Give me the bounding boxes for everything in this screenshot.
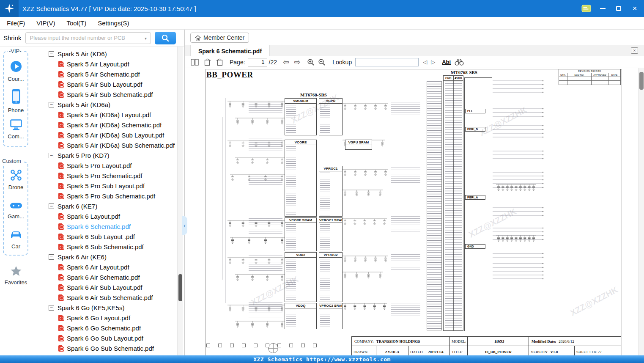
power-block-label: VPROC2 bbox=[319, 252, 343, 258]
tree-scrollbar-thumb[interactable] bbox=[178, 274, 182, 301]
tree-file-spark-5-air-kd6a-sub-layout-pdf[interactable]: Spark 5 Air (KD6a) Sub Layout.pdf bbox=[32, 130, 177, 140]
tree-file-spark-5-air-layout-pdf[interactable]: Spark 5 Air Layout.pdf bbox=[32, 59, 177, 69]
tree-file-spark-5-air-kd6a-layout-pdf[interactable]: Spark 5 Air (KD6a) Layout.pdf bbox=[32, 110, 177, 120]
minimize-button[interactable] bbox=[597, 3, 608, 14]
menu-item-vip-v[interactable]: VIP(V) bbox=[36, 19, 55, 27]
pdf-file-icon bbox=[58, 315, 64, 321]
tree-file-spark-6-go-sub-layout-pdf[interactable]: Spark 6 Go Sub Layout.pdf bbox=[32, 333, 177, 343]
sidebar-item-phone[interactable]: Phone bbox=[0, 89, 32, 113]
course-video-icon bbox=[10, 60, 22, 74]
tree-file-spark-6-air-sub-layout-pdf[interactable]: Spark 6 Air Sub Layout.pdf bbox=[32, 282, 177, 292]
tree-file-spark-5-air-schematic-pdf[interactable]: Spark 5 Air Schematic.pdf bbox=[32, 69, 177, 79]
tree-file-label: Spark 6 Go Sub Layout.pdf bbox=[67, 335, 143, 342]
alignment-target-mark bbox=[268, 343, 278, 353]
find-prev-icon[interactable]: ◁ bbox=[423, 59, 427, 65]
tree-file-spark-5-pro-layout-pdf[interactable]: Spark 5 Pro Layout.pdf bbox=[32, 160, 177, 170]
tree-file-spark-6-go-sub-schematic-pdf[interactable]: Spark 6 Go Sub Schematic.pdf bbox=[32, 343, 177, 353]
collapse-minus-icon[interactable]: − bbox=[49, 204, 54, 209]
collapse-minus-icon[interactable]: − bbox=[49, 305, 54, 311]
close-document-icon[interactable]: × bbox=[631, 47, 638, 54]
tree-file-spark-6-air-layout-pdf[interactable]: Spark 6 Air Layout.pdf bbox=[32, 262, 177, 272]
menu-item-file-f[interactable]: File(F) bbox=[7, 19, 25, 27]
dual-page-view-icon[interactable] bbox=[191, 59, 199, 66]
power-block-vgpu-sram: VGPU SRAM bbox=[345, 140, 372, 150]
net-label-text bbox=[249, 218, 282, 235]
collapse-minus-icon[interactable]: − bbox=[49, 153, 54, 158]
pdf-file-icon bbox=[58, 142, 64, 148]
titlebar: XZZ Schematics V4.77 [ VIP Due date: 202… bbox=[0, 0, 644, 17]
menu-item-settings-s[interactable]: Settings(S) bbox=[98, 19, 129, 27]
tree-group-spark-6-air-ke6[interactable]: −Spark 6 Air (KE6) bbox=[32, 252, 177, 262]
tree-group-spark-5-air-kd6[interactable]: −Spark 5 Air (KD6) bbox=[32, 49, 177, 59]
revision-col: CTR. bbox=[559, 73, 567, 77]
pdf-scrollbar[interactable] bbox=[638, 68, 644, 355]
rotate-right-icon[interactable] bbox=[216, 58, 223, 66]
tree-file-spark-6-air-schematic-pdf[interactable]: Spark 6 Air Schematic.pdf bbox=[32, 272, 177, 282]
tree-file-spark-6-layout-pdf[interactable]: Spark 6 Layout.pdf bbox=[32, 211, 177, 221]
member-center-button[interactable]: Member Center bbox=[190, 33, 249, 43]
tree-file-spark-5-pro-sub-schematic-pdf[interactable]: Spark 5 Pro Sub Schematic.pdf bbox=[32, 191, 177, 201]
vip-card-icon[interactable] bbox=[581, 3, 592, 14]
tree-file-label: Spark 6 Air Sub Layout.pdf bbox=[67, 284, 142, 291]
binoculars-icon[interactable] bbox=[455, 59, 464, 66]
tree-group-spark-5-pro-kd7[interactable]: −Spark 5 Pro (KD7) bbox=[32, 150, 177, 160]
tree-file-spark-6-sub-layout-pdf[interactable]: Spark 6 Sub Layout .pdf bbox=[32, 231, 177, 242]
tree-file-spark-5-pro-schematic-pdf[interactable]: Spark 5 Pro Schematic.pdf bbox=[32, 170, 177, 181]
chevron-down-icon[interactable]: ▼ bbox=[144, 37, 148, 41]
tree-group-spark-6-go-ke5-ke5s[interactable]: −Spark 6 Go (KE5,KE5s) bbox=[32, 302, 177, 313]
power-block-label: VPROC1 SRAM bbox=[319, 217, 343, 223]
model-search-input[interactable] bbox=[26, 35, 151, 41]
pdf-page[interactable]: BB_POWER MT6768-SBS MT6768-SBS GND AVDD … bbox=[185, 68, 638, 355]
tree-file-spark-5-air-sub-schematic-pdf[interactable]: Spark 5 Air Sub Schematic.pdf bbox=[32, 89, 177, 99]
sidebar-item-favorites[interactable]: Favorites bbox=[0, 266, 32, 286]
tree-file-spark-6-sub-schematic-pdf[interactable]: Spark 6 Sub Schematic.pdf bbox=[32, 242, 177, 252]
net-label-text bbox=[249, 138, 282, 155]
app-logo-icon bbox=[0, 0, 19, 17]
tree-file-spark-6-air-sub-schematic-pdf[interactable]: Spark 6 Air Sub Schematic.pdf bbox=[32, 292, 177, 302]
pdf-file-icon bbox=[58, 122, 64, 128]
menu-item-tool-t[interactable]: Tool(T) bbox=[67, 19, 87, 27]
shrink-button[interactable]: Shrink bbox=[3, 34, 22, 41]
rotate-left-icon[interactable] bbox=[204, 58, 211, 66]
sidebar-item-course[interactable]: Cour... bbox=[0, 60, 32, 82]
tree-group-spark-6-ke7[interactable]: −Spark 6 (KE7) bbox=[32, 201, 177, 211]
lookup-input[interactable] bbox=[355, 58, 419, 66]
search-button[interactable] bbox=[155, 32, 176, 44]
sidebar-item-drone[interactable]: Drone bbox=[0, 169, 32, 190]
document-tab[interactable]: Spark 6 Schematic.pdf bbox=[190, 45, 270, 57]
pdf-scrollbar-thumb[interactable] bbox=[639, 72, 644, 90]
maximize-icon bbox=[616, 6, 621, 11]
sidebar-item-car[interactable]: Car bbox=[0, 229, 32, 250]
panel-collapse-handle[interactable]: ‹ bbox=[182, 216, 187, 235]
zoom-in-icon[interactable] bbox=[307, 58, 315, 66]
tree-group-spark-5-air-kd6a[interactable]: −Spark 5 Air (KD6a) bbox=[32, 99, 177, 110]
tree-file-spark-5-pro-sub-layout-pdf[interactable]: Spark 5 Pro Sub Layout.pdf bbox=[32, 181, 177, 191]
prev-page-icon[interactable]: ⇦ bbox=[283, 58, 289, 66]
tab-row: Spark 6 Schematic.pdf × bbox=[185, 45, 644, 56]
tree-scrollbar[interactable] bbox=[177, 47, 183, 355]
tree-file-spark-6-go-schematic-pdf[interactable]: Spark 6 Go Schematic.pdf bbox=[32, 323, 177, 333]
lookup-label: Lookup bbox=[332, 59, 352, 66]
collapse-minus-icon[interactable]: − bbox=[49, 254, 54, 260]
maximize-button[interactable] bbox=[613, 3, 625, 14]
collapse-minus-icon[interactable]: − bbox=[49, 102, 54, 107]
power-block-label: VDDQ bbox=[285, 303, 317, 308]
tree-file-spark-5-air-sub-layout-pdf[interactable]: Spark 5 Air Sub Layout.pdf bbox=[32, 79, 177, 89]
pdf-file-icon bbox=[58, 274, 64, 280]
zoom-out-icon[interactable] bbox=[318, 58, 326, 66]
match-case-icon[interactable]: Abi bbox=[442, 59, 451, 65]
sidebar-item-computer[interactable]: Com... bbox=[0, 119, 32, 140]
net-label-text bbox=[249, 302, 282, 319]
find-next-icon[interactable]: ▷ bbox=[431, 59, 435, 65]
tree-file-spark-6-go-layout-pdf[interactable]: Spark 6 Go Layout.pdf bbox=[32, 313, 177, 323]
tree-group-label: Spark 6 Air (KE6) bbox=[58, 253, 107, 261]
collapse-minus-icon[interactable]: − bbox=[49, 51, 54, 57]
next-page-icon[interactable]: ⇨ bbox=[294, 58, 300, 66]
tree-file-spark-6-schematic-pdf[interactable]: Spark 6 Schematic.pdf bbox=[32, 221, 177, 231]
close-button[interactable]: × bbox=[629, 3, 641, 14]
power-block-label: VGPU SRAM bbox=[345, 140, 372, 145]
sidebar-item-game[interactable]: Gam... bbox=[0, 201, 32, 220]
page-number-input[interactable] bbox=[248, 58, 267, 66]
tree-file-spark-5-air-kd6a-schematic-pdf[interactable]: Spark 5 Air (KD6a) Schematic.pdf bbox=[32, 120, 177, 130]
tree-file-spark-5-air-kd6a-sub-schematic-pdf[interactable]: Spark 5 Air (KD6a) Sub Schematic.pdf bbox=[32, 140, 177, 150]
